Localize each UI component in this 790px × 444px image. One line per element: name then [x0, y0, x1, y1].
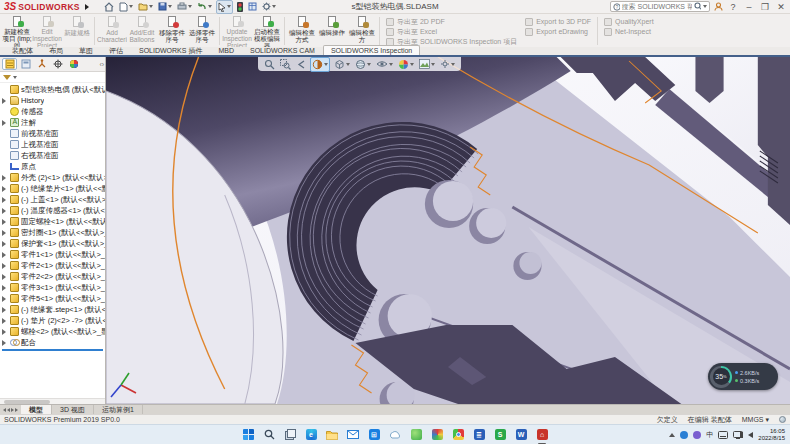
- solidworks-app[interactable]: ⌂: [535, 428, 549, 442]
- feature-manager-tab[interactable]: [2, 58, 17, 70]
- app-w[interactable]: W: [514, 428, 528, 442]
- expand-arrow-icon[interactable]: [2, 241, 8, 247]
- qualityxpert-button[interactable]: QualityXpert: [604, 17, 654, 26]
- ime-indicator[interactable]: 中: [706, 430, 713, 440]
- tree-item-mates[interactable]: 配合: [0, 337, 105, 348]
- chrome-app[interactable]: [451, 428, 465, 442]
- tree-item-component[interactable]: (-) 垫片 (2)<2> -?> (默认<<默认: [0, 315, 105, 326]
- expand-arrow-icon[interactable]: [2, 285, 8, 291]
- undo-button[interactable]: [196, 1, 213, 12]
- dimxpert-manager-tab[interactable]: [50, 58, 65, 70]
- expand-arrow-icon[interactable]: [2, 120, 8, 126]
- home-button[interactable]: [103, 1, 115, 13]
- tray-expand-icon[interactable]: [669, 433, 675, 437]
- expand-arrow-icon[interactable]: [2, 274, 8, 280]
- expand-arrow-icon[interactable]: [2, 252, 8, 258]
- tree-item-component[interactable]: 零件2<1> (默认<<默认>_显示状: [0, 260, 105, 271]
- open-button[interactable]: [137, 1, 154, 12]
- update-inspection-project-button[interactable]: Update Inspection Project: [222, 15, 252, 47]
- view-settings-button[interactable]: [439, 58, 456, 70]
- tab-addins[interactable]: SOLIDWORKS 插件: [131, 45, 210, 55]
- options-button[interactable]: [261, 1, 277, 12]
- edge-app[interactable]: e: [304, 428, 318, 442]
- graphics-viewport[interactable]: 35% 2.6KB/s 0.3KB/s: [106, 57, 790, 404]
- help-button[interactable]: ?: [727, 1, 739, 13]
- save-button[interactable]: [157, 1, 173, 12]
- expand-arrow-icon[interactable]: [2, 340, 8, 346]
- expand-arrow-icon[interactable]: [2, 263, 8, 269]
- tree-item-component[interactable]: (-) 绝缘套.step<1> (默认<<默认>: [0, 304, 105, 315]
- expand-arrow-icon[interactable]: [2, 318, 8, 324]
- tree-item-component[interactable]: 固定螺栓<1> (默认<<默认>_显示: [0, 216, 105, 227]
- tab-solidworks-cam[interactable]: SOLIDWORKS CAM: [242, 45, 323, 55]
- login-user-icon[interactable]: [714, 2, 723, 11]
- add-characteristic-button[interactable]: Add Characteristic: [97, 15, 127, 47]
- security-app[interactable]: [409, 428, 423, 442]
- tree-item-front-plane[interactable]: 前视基准面: [0, 128, 105, 139]
- tab-layout[interactable]: 布局: [41, 45, 71, 55]
- tree-item-top-plane[interactable]: 上视基准面: [0, 139, 105, 150]
- start-button[interactable]: [241, 428, 255, 442]
- tab-scroll-arrows[interactable]: [0, 405, 21, 414]
- expand-arrow-icon[interactable]: [2, 219, 8, 225]
- panel-tab-scroll-arrows[interactable]: ‹ ›: [99, 61, 103, 68]
- zoom-fit-button[interactable]: [263, 58, 276, 71]
- task-view-button[interactable]: [283, 428, 297, 442]
- speaker-icon[interactable]: [748, 432, 753, 438]
- tab-solidworks-inspection[interactable]: SOLIDWORKS Inspection: [323, 45, 420, 55]
- edit-appearance-button[interactable]: [397, 58, 415, 71]
- menu-expand-icon[interactable]: [85, 4, 89, 10]
- edit-inspection-method-button[interactable]: 编辑检查方式: [287, 15, 317, 47]
- expand-arrow-icon[interactable]: [2, 98, 8, 104]
- tree-item-right-plane[interactable]: 右视基准面: [0, 150, 105, 161]
- new-inspection-project-button[interactable]: 新建检查项目 (imp;间: [2, 15, 32, 47]
- new-specification-button[interactable]: 新建规格: [62, 15, 92, 47]
- tree-item-annotations[interactable]: 注解: [0, 117, 105, 128]
- file-explorer-app[interactable]: [325, 428, 339, 442]
- select-balloons-button[interactable]: 选择零件序号: [187, 15, 217, 47]
- export-excel[interactable]: 导出至 Excel: [386, 27, 517, 36]
- export-2d-pdf[interactable]: 导出至 2D PDF: [386, 17, 517, 26]
- rebuild-button[interactable]: [236, 1, 244, 13]
- tab-assembly[interactable]: 装配体: [4, 45, 41, 55]
- expand-arrow-icon[interactable]: [2, 230, 8, 236]
- search-scope-caret-icon[interactable]: [703, 5, 707, 8]
- tree-item-component[interactable]: (-) 上盖<1> (默认<<默认>_显示状: [0, 194, 105, 205]
- tree-root[interactable]: s型铠装热电偶 (默认<默认_显示状态-1: [0, 84, 105, 95]
- tree-end-bar[interactable]: [2, 349, 103, 351]
- remove-balloons-button[interactable]: 移除零件序号: [157, 15, 187, 47]
- tree-item-component[interactable]: 密封圈<1> (默认<<默认>_显示状: [0, 227, 105, 238]
- solidworks-logo[interactable]: 3S SOLIDWORKS: [0, 1, 93, 12]
- help-search-box[interactable]: ?: [610, 1, 710, 12]
- search-icon[interactable]: [694, 2, 701, 11]
- tray-app-purple-icon[interactable]: [693, 431, 701, 439]
- section-view-button[interactable]: [310, 57, 330, 72]
- tree-item-component[interactable]: 保护套<1> (默认<<默认>_显示状: [0, 238, 105, 249]
- tab-3d-views[interactable]: 3D 视图: [52, 405, 94, 414]
- taskbar-search[interactable]: [262, 428, 276, 442]
- edit-inspection-button[interactable]: 编辑检查方: [347, 15, 377, 47]
- minimize-button[interactable]: –: [743, 1, 755, 13]
- cloud-app[interactable]: [388, 428, 402, 442]
- notes-app[interactable]: ≣: [472, 428, 486, 442]
- mail-app[interactable]: [346, 428, 360, 442]
- units-selector[interactable]: MMGS ▾: [742, 416, 769, 424]
- search-input[interactable]: [622, 3, 692, 10]
- tree-item-component[interactable]: 零件1<1> (默认<<默认>_显示状: [0, 249, 105, 260]
- tree-item-component[interactable]: 零件3<1> (默认<<默认>_显示状: [0, 282, 105, 293]
- expand-arrow-icon[interactable]: [2, 329, 8, 335]
- tree-item-component[interactable]: (-) 绝缘垫片<1> (默认<<默认>_显: [0, 183, 105, 194]
- tree-item-history[interactable]: History: [0, 95, 105, 106]
- filter-caret-icon[interactable]: [13, 76, 17, 79]
- export-3d-pdf[interactable]: Export to 3D PDF: [525, 17, 591, 26]
- file-properties-button[interactable]: [247, 1, 258, 12]
- browser-360-app[interactable]: [430, 428, 444, 442]
- app-s[interactable]: S: [493, 428, 507, 442]
- expand-arrow-icon[interactable]: [2, 197, 8, 203]
- zoom-area-button[interactable]: [279, 58, 292, 71]
- net-inspect-button[interactable]: Net-Inspect: [604, 27, 654, 36]
- select-button[interactable]: [216, 0, 233, 14]
- tab-evaluate[interactable]: 评估: [101, 45, 131, 55]
- restore-button[interactable]: ❐: [759, 1, 771, 13]
- expand-arrow-icon[interactable]: [2, 296, 8, 302]
